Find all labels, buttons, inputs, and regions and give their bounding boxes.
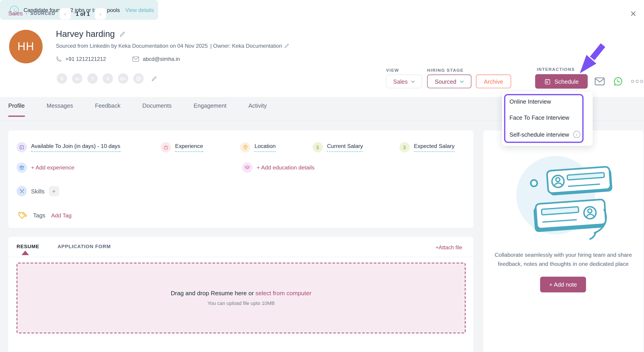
dropzone-hint: You can upload file upto 10MB xyxy=(208,300,275,306)
contact-row: +91 1212121212 abcd@simha.in xyxy=(56,56,180,62)
calendar-icon xyxy=(16,142,27,152)
edit-social-icon[interactable] xyxy=(152,76,157,82)
candidate-name: Harvey harding xyxy=(56,29,115,39)
collaboration-illustration xyxy=(511,153,615,245)
menu-item-self-schedule-interview[interactable]: Self-schedule interview i xyxy=(510,131,580,138)
divider xyxy=(8,257,474,257)
header: Sales › SOURCED ‹ 1 of 1 › ✕ HH Harvey h… xyxy=(0,0,644,97)
info-icon: i xyxy=(573,131,580,138)
view-value: Sales xyxy=(393,78,408,85)
calendar-icon xyxy=(544,78,551,85)
attach-file-link[interactable]: +Attach file xyxy=(436,244,462,250)
prev-candidate-button[interactable]: ‹ xyxy=(59,8,71,20)
tags-label: Tags xyxy=(33,212,45,218)
source-line: Sourced from Linkedin by Keka Documentat… xyxy=(56,43,290,49)
social-links: S in f X G+ xyxy=(57,73,157,84)
experience-field[interactable]: Experience xyxy=(160,142,203,152)
expected-salary-label: Expected Salary xyxy=(414,143,454,152)
hiring-stage-dropdown[interactable]: Sourced xyxy=(427,75,471,88)
sourced-from-text: Sourced from Linkedin by Keka Documentat… xyxy=(56,43,208,49)
collaborate-message: Collaborate seamlessly with your hiring … xyxy=(491,251,636,269)
website-globe-icon[interactable] xyxy=(133,73,144,84)
available-to-join-field[interactable]: Available To Join (in days) - 10 days xyxy=(16,142,120,152)
schedule-dropdown-menu: Online Interview Face To Face Interview … xyxy=(502,92,593,146)
view-label: VIEW xyxy=(386,67,399,72)
breadcrumb: Sales › SOURCED xyxy=(8,10,56,17)
tab-resume[interactable]: RESUME xyxy=(16,244,39,255)
self-schedule-label: Self-schedule interview xyxy=(510,131,569,138)
available-to-join-label: Available To Join (in days) - 10 days xyxy=(31,143,120,152)
dollar-icon: $ xyxy=(400,142,410,152)
schedule-button[interactable]: Schedule xyxy=(535,74,588,89)
skills-row: Skills + xyxy=(16,186,59,196)
tab-feedback[interactable]: Feedback xyxy=(95,102,120,117)
candidate-profile-modal: Sales › SOURCED ‹ 1 of 1 › ✕ HH Harvey h… xyxy=(0,0,644,352)
view-details-link[interactable]: View details xyxy=(125,7,154,13)
chevron-right-icon: › xyxy=(26,11,27,16)
graduation-cap-icon xyxy=(242,162,252,173)
expected-salary-field[interactable]: $ Expected Salary xyxy=(400,142,454,152)
add-note-button[interactable]: + Add note xyxy=(540,277,586,292)
current-salary-field[interactable]: $ Current Salary xyxy=(312,142,363,152)
dollar-icon: $ xyxy=(312,142,323,152)
skills-label: Skills xyxy=(31,188,44,194)
send-email-icon[interactable] xyxy=(595,77,605,85)
linkedin-icon[interactable]: in xyxy=(72,73,82,84)
owner-text: | Owner: Keka Documentation xyxy=(210,43,282,49)
schedule-label: Schedule xyxy=(554,78,579,85)
tutorial-arrow-icon xyxy=(576,42,606,76)
chevron-down-icon xyxy=(411,80,415,83)
candidate-pager: ‹ 1 of 1 › xyxy=(59,8,106,20)
tag-icon xyxy=(18,212,27,219)
tags-row: Tags Add Tag xyxy=(18,212,72,219)
candidate-email: abcd@simha.in xyxy=(143,56,180,62)
current-salary-label: Current Salary xyxy=(327,143,363,152)
briefcase-icon xyxy=(160,142,171,152)
skype-icon[interactable]: S xyxy=(57,73,67,84)
avatar: HH xyxy=(9,30,42,63)
archive-button[interactable]: Archive xyxy=(476,75,511,88)
breadcrumb-job-link[interactable]: Sales xyxy=(8,10,23,17)
google-plus-icon[interactable]: G+ xyxy=(118,73,128,84)
add-skill-button[interactable]: + xyxy=(48,186,59,196)
whatsapp-icon[interactable] xyxy=(613,77,623,86)
envelope-icon xyxy=(132,56,139,62)
tab-messages[interactable]: Messages xyxy=(46,102,73,117)
view-dropdown[interactable]: Sales xyxy=(386,75,422,88)
resume-card: RESUME APPLICATION FORM +Attach file Dra… xyxy=(8,237,474,352)
close-icon[interactable]: ✕ xyxy=(630,9,636,19)
bank-icon xyxy=(16,162,27,173)
profile-details-card: Available To Join (in days) - 10 days Ex… xyxy=(8,131,474,228)
pager-count: 1 of 1 xyxy=(76,11,90,17)
tab-activity[interactable]: Activity xyxy=(248,102,267,117)
location-pin-icon xyxy=(240,142,250,152)
facebook-icon[interactable]: f xyxy=(87,73,98,84)
add-education-row: + Add education details xyxy=(242,162,314,173)
edit-owner-icon[interactable] xyxy=(284,43,290,49)
candidate-phone: +91 1212121212 xyxy=(65,56,106,62)
location-field[interactable]: Location xyxy=(240,142,276,152)
hiring-stage-label: HIRING STAGE xyxy=(427,67,464,72)
add-experience-link[interactable]: + Add experience xyxy=(31,164,74,171)
edit-name-icon[interactable] xyxy=(120,31,126,37)
tab-documents[interactable]: Documents xyxy=(142,102,172,117)
chevron-down-icon xyxy=(460,80,464,83)
more-options-icon[interactable] xyxy=(631,80,643,83)
breadcrumb-stage: SOURCED xyxy=(30,11,56,16)
hiring-stage-value: Sourced xyxy=(435,78,456,85)
add-tag-link[interactable]: Add Tag xyxy=(51,212,72,218)
tab-profile[interactable]: Profile xyxy=(8,102,25,117)
add-education-link[interactable]: + Add education details xyxy=(256,164,314,171)
tab-application-form[interactable]: APPLICATION FORM xyxy=(58,244,111,255)
tab-engagement[interactable]: Engagement xyxy=(194,102,226,117)
skills-tools-icon xyxy=(16,186,27,196)
select-from-computer-link[interactable]: select from computer xyxy=(256,290,312,296)
add-experience-row: + Add experience xyxy=(16,162,74,173)
menu-item-online-interview[interactable]: Online Interview xyxy=(510,98,551,105)
resume-dropzone[interactable]: Drag and drop Resume here or select from… xyxy=(16,263,466,333)
x-twitter-icon[interactable]: X xyxy=(102,73,113,84)
next-candidate-button[interactable]: › xyxy=(94,8,106,20)
menu-item-face-to-face-interview[interactable]: Face To Face Interview xyxy=(510,114,570,121)
interactions-label: INTERACTIONS xyxy=(537,67,575,72)
notes-card: Collaborate seamlessly with your hiring … xyxy=(483,131,643,352)
